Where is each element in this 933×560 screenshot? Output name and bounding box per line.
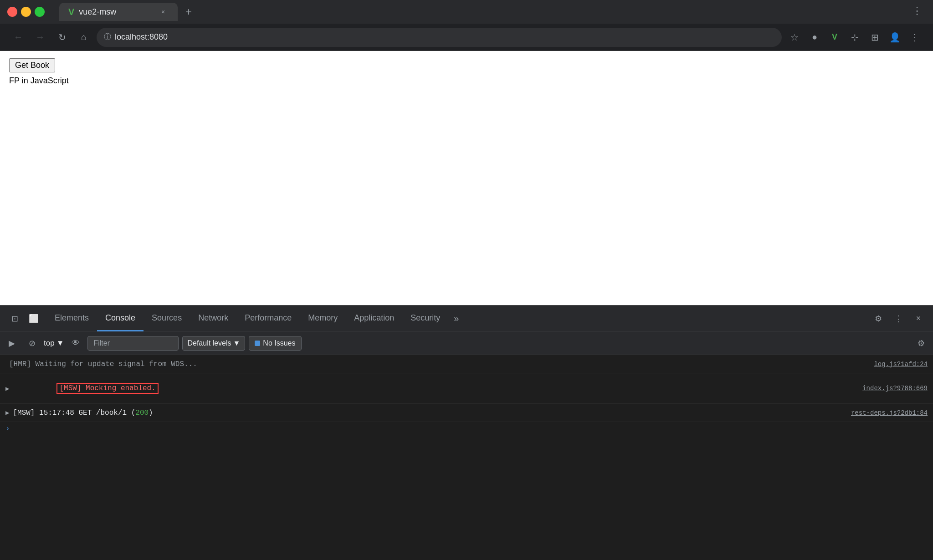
- console-output: [HMR] Waiting for update signal from WDS…: [0, 355, 933, 560]
- tab-security[interactable]: Security: [402, 306, 448, 331]
- devtools-tab-bar: ⊡ ⬜ Elements Console Sources Network Per…: [0, 306, 933, 331]
- console-clear-button[interactable]: ▶: [4, 335, 20, 351]
- tab-title: vue2-msw: [79, 7, 153, 17]
- issues-counter[interactable]: No Issues: [249, 336, 301, 351]
- console-filter-input[interactable]: [87, 336, 179, 351]
- browser-tab-active[interactable]: V vue2-msw ×: [59, 3, 178, 21]
- context-label: top: [44, 339, 55, 348]
- tab-console[interactable]: Console: [97, 306, 144, 331]
- log-levels-dropdown[interactable]: Default levels ▼: [182, 336, 245, 351]
- tab-sources[interactable]: Sources: [144, 306, 190, 331]
- get-book-button[interactable]: Get Book: [9, 58, 55, 72]
- console-line-hmr: [HMR] Waiting for update signal from WDS…: [0, 355, 933, 373]
- bookmark-button[interactable]: ☆: [785, 28, 804, 46]
- devtools-close-button[interactable]: ×: [909, 310, 928, 328]
- page-content: Get Book FP in JavaScript: [0, 51, 933, 305]
- tab-network[interactable]: Network: [190, 306, 236, 331]
- browser-window: V vue2-msw × + ⋮ ← → ↻ ⌂ ⓘ localhost:808…: [0, 0, 933, 560]
- issues-dot-icon: [255, 341, 260, 346]
- inspect-element-button[interactable]: ⊡: [5, 310, 24, 328]
- devtools-more-menu-button[interactable]: ⋮: [889, 310, 907, 328]
- devtools-actions: ⚙ ⋮ ×: [866, 310, 931, 328]
- devtools-panel: ⊡ ⬜ Elements Console Sources Network Per…: [0, 305, 933, 560]
- omnibox-bar: ← → ↻ ⌂ ⓘ localhost:8080 ☆ ● V ⊹ ⊞ 👤 ⋮: [0, 24, 933, 51]
- devtools-settings-button[interactable]: ⚙: [869, 310, 887, 328]
- live-expressions-button[interactable]: 👁: [67, 335, 84, 351]
- new-tab-button[interactable]: +: [179, 3, 198, 21]
- console-source-msw-mocking[interactable]: index.js?9788:669: [862, 385, 928, 392]
- toolbar-icons: ☆ ● V ⊹ ⊞ 👤 ⋮: [785, 28, 924, 46]
- forward-button[interactable]: →: [31, 28, 49, 46]
- console-source-hmr[interactable]: log.js?1afd:24: [874, 361, 928, 368]
- tab-memory[interactable]: Memory: [300, 306, 346, 331]
- expand-icon-msw[interactable]: ▶: [5, 385, 9, 392]
- profile-button[interactable]: 👤: [886, 28, 904, 46]
- levels-chevron-icon: ▼: [233, 339, 241, 347]
- minimize-window-button[interactable]: [21, 7, 31, 17]
- home-button[interactable]: ⌂: [75, 28, 93, 46]
- console-source-msw-get[interactable]: rest-deps.js?2db1:84: [851, 409, 928, 417]
- issues-label: No Issues: [263, 339, 295, 347]
- chrome-menu-button[interactable]: ⋮: [908, 1, 926, 20]
- omnibox[interactable]: ⓘ localhost:8080: [97, 28, 782, 47]
- context-selector[interactable]: top ▼: [44, 339, 64, 348]
- tab-performance[interactable]: Performance: [236, 306, 300, 331]
- console-ban-button[interactable]: ⊘: [24, 335, 40, 351]
- console-settings-button[interactable]: ⚙: [913, 335, 929, 351]
- tab-application[interactable]: Application: [346, 306, 402, 331]
- console-line-msw-get: ▶ [MSW] 15:17:48 GET /book/1 (200) rest-…: [0, 404, 933, 422]
- more-tabs-button[interactable]: »: [448, 306, 464, 331]
- console-text-hmr: [HMR] Waiting for update signal from WDS…: [9, 360, 874, 368]
- close-window-button[interactable]: [7, 7, 17, 17]
- reload-button[interactable]: ↻: [53, 28, 71, 46]
- status-200-text: 200: [135, 409, 149, 417]
- devtools-left-icons: ⊡ ⬜: [2, 310, 46, 328]
- extension-icon-1[interactable]: ●: [805, 28, 824, 46]
- extensions-button[interactable]: ⊞: [866, 28, 884, 46]
- page-inner: Get Book FP in JavaScript: [0, 51, 933, 305]
- vue-devtools-icon[interactable]: V: [825, 28, 844, 46]
- levels-label: Default levels: [187, 339, 231, 347]
- chevron-down-icon: ▼: [56, 339, 64, 348]
- title-bar-right: ⋮: [908, 1, 926, 22]
- console-line-msw-mocking: ▶ [MSW] Mocking enabled. index.js?9788:6…: [0, 373, 933, 404]
- chrome-menu-icon[interactable]: ⋮: [906, 28, 924, 46]
- console-input-cursor: ›: [5, 425, 10, 433]
- book-title-text: FP in JavaScript: [9, 76, 924, 86]
- security-info-icon[interactable]: ⓘ: [104, 32, 111, 42]
- maximize-window-button[interactable]: [35, 7, 45, 17]
- tab-favicon: V: [68, 7, 74, 17]
- console-cursor-line[interactable]: ›: [0, 422, 933, 436]
- cursor-extension-icon[interactable]: ⊹: [846, 28, 864, 46]
- expand-icon-get[interactable]: ▶: [5, 409, 9, 417]
- tab-elements[interactable]: Elements: [46, 306, 97, 331]
- traffic-lights: [7, 7, 45, 17]
- title-bar: V vue2-msw × + ⋮: [0, 0, 933, 24]
- tab-close-button[interactable]: ×: [158, 6, 169, 17]
- console-text-msw-mocking: [MSW] Mocking enabled.: [13, 376, 862, 401]
- msw-mocking-box: [MSW] Mocking enabled.: [56, 383, 158, 394]
- console-toolbar: ▶ ⊘ top ▼ 👁 Default levels ▼ No Issues ⚙: [0, 331, 933, 355]
- console-text-msw-get: [MSW] 15:17:48 GET /book/1 (200): [13, 409, 851, 417]
- back-button[interactable]: ←: [9, 28, 27, 46]
- url-display: localhost:8080: [115, 32, 774, 42]
- devtools-tab-list: Elements Console Sources Network Perform…: [46, 306, 866, 331]
- device-mode-button[interactable]: ⬜: [25, 310, 43, 328]
